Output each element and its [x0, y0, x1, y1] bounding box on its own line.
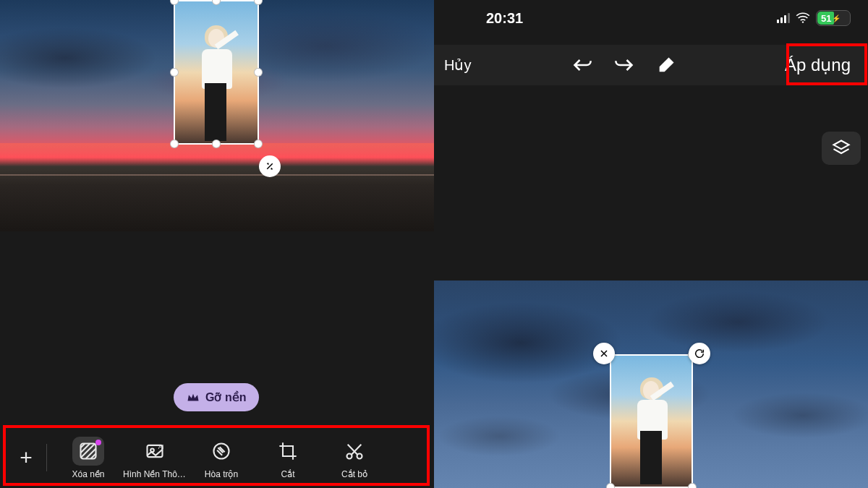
- battery-percent: 51: [821, 13, 831, 24]
- layers-button[interactable]: [822, 132, 861, 165]
- resize-handle-top-left[interactable]: [170, 0, 179, 5]
- overlay-rotate-button[interactable]: [689, 343, 710, 364]
- rotate-icon: [694, 348, 705, 359]
- close-icon: [598, 348, 610, 359]
- person-silhouette: [196, 22, 237, 143]
- resize-handle-bottom-right[interactable]: [254, 140, 263, 148]
- resize-handle-mid-bottom[interactable]: [212, 140, 221, 148]
- overlay-photo-selected-right[interactable]: [610, 354, 693, 488]
- resize-handle-mid-left[interactable]: [170, 68, 179, 77]
- status-bar: 20:31 51 ⚡: [434, 0, 868, 36]
- resize-handle-mid-right[interactable]: [254, 68, 263, 77]
- overlay-photo-selected[interactable]: [174, 0, 259, 145]
- remove-bg-pill-label: Gỡ nền: [205, 390, 246, 404]
- layers-icon: [831, 138, 851, 158]
- charging-icon: ⚡: [832, 14, 841, 22]
- redo-button[interactable]: [608, 49, 640, 81]
- left-editor-panel: Gỡ nền + Xóa nền AI: [0, 0, 434, 488]
- resize-handle-mid-top[interactable]: [212, 0, 221, 5]
- svg-point-7: [802, 21, 804, 22]
- beach-line: [0, 174, 434, 176]
- status-right: 51 ⚡: [777, 10, 851, 26]
- cellular-signal-icon: [777, 13, 790, 23]
- wifi-icon: [796, 12, 810, 24]
- apply-highlight-annotation: [786, 43, 867, 85]
- person-silhouette: [631, 375, 672, 487]
- resize-handle-bottom-left[interactable]: [606, 483, 615, 488]
- undo-icon: [571, 55, 593, 75]
- resize-handle-bottom-left[interactable]: [170, 140, 179, 148]
- toolbar-highlight-annotation: [3, 425, 430, 486]
- redo-icon: [613, 55, 635, 75]
- status-time: 20:31: [486, 10, 523, 27]
- undo-button[interactable]: [566, 49, 598, 81]
- overlay-delete-button[interactable]: [593, 343, 615, 364]
- cancel-button[interactable]: Hủy: [444, 56, 471, 74]
- resize-handle-bottom-right[interactable]: [688, 483, 697, 488]
- battery-indicator: 51 ⚡: [816, 10, 851, 26]
- eraser-icon: [655, 55, 677, 75]
- crown-icon: [187, 393, 200, 403]
- rotate-scale-handle[interactable]: [259, 155, 281, 177]
- eraser-button[interactable]: [650, 49, 682, 81]
- remove-background-pill[interactable]: Gỡ nền: [174, 383, 259, 411]
